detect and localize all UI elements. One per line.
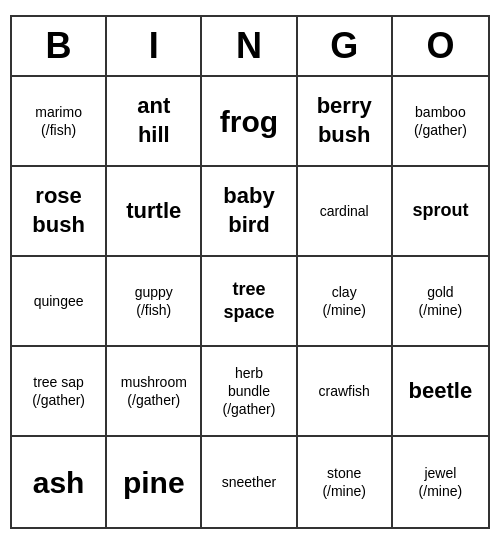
bingo-cell-10: quingee bbox=[12, 257, 107, 347]
bingo-cell-2: frog bbox=[202, 77, 297, 167]
bingo-cell-13: clay (/mine) bbox=[298, 257, 393, 347]
bingo-cell-14: gold (/mine) bbox=[393, 257, 488, 347]
cell-text-10: quingee bbox=[34, 292, 84, 310]
cell-text-3: berry bush bbox=[317, 92, 372, 149]
bingo-cell-19: beetle bbox=[393, 347, 488, 437]
bingo-cell-1: ant hill bbox=[107, 77, 202, 167]
bingo-cell-9: sprout bbox=[393, 167, 488, 257]
cell-text-19: beetle bbox=[409, 377, 473, 406]
cell-text-4: bamboo (/gather) bbox=[414, 103, 467, 139]
cell-text-11: guppy (/fish) bbox=[135, 283, 173, 319]
bingo-card: BINGO marimo (/fish)ant hillfrogberry bu… bbox=[10, 15, 490, 529]
bingo-grid: marimo (/fish)ant hillfrogberry bushbamb… bbox=[12, 77, 488, 527]
bingo-cell-3: berry bush bbox=[298, 77, 393, 167]
bingo-cell-15: tree sap (/gather) bbox=[12, 347, 107, 437]
bingo-cell-20: ash bbox=[12, 437, 107, 527]
cell-text-7: baby bird bbox=[223, 182, 274, 239]
bingo-cell-17: herb bundle (/gather) bbox=[202, 347, 297, 437]
cell-text-15: tree sap (/gather) bbox=[32, 373, 85, 409]
bingo-cell-22: sneether bbox=[202, 437, 297, 527]
cell-text-6: turtle bbox=[126, 197, 181, 226]
bingo-cell-23: stone (/mine) bbox=[298, 437, 393, 527]
bingo-cell-12: tree space bbox=[202, 257, 297, 347]
cell-text-20: ash bbox=[33, 463, 85, 502]
cell-text-24: jewel (/mine) bbox=[419, 464, 463, 500]
cell-text-17: herb bundle (/gather) bbox=[223, 364, 276, 419]
bingo-cell-5: rose bush bbox=[12, 167, 107, 257]
header-letter-i: I bbox=[107, 17, 202, 75]
cell-text-13: clay (/mine) bbox=[322, 283, 366, 319]
header-letter-g: G bbox=[298, 17, 393, 75]
bingo-cell-11: guppy (/fish) bbox=[107, 257, 202, 347]
header-letter-n: N bbox=[202, 17, 297, 75]
bingo-cell-24: jewel (/mine) bbox=[393, 437, 488, 527]
bingo-cell-0: marimo (/fish) bbox=[12, 77, 107, 167]
cell-text-23: stone (/mine) bbox=[322, 464, 366, 500]
cell-text-2: frog bbox=[220, 102, 278, 141]
cell-text-5: rose bush bbox=[32, 182, 85, 239]
header-letter-b: B bbox=[12, 17, 107, 75]
cell-text-18: crawfish bbox=[319, 382, 370, 400]
cell-text-12: tree space bbox=[223, 278, 274, 325]
bingo-cell-18: crawfish bbox=[298, 347, 393, 437]
cell-text-0: marimo (/fish) bbox=[35, 103, 82, 139]
bingo-cell-6: turtle bbox=[107, 167, 202, 257]
cell-text-1: ant hill bbox=[137, 92, 170, 149]
bingo-cell-4: bamboo (/gather) bbox=[393, 77, 488, 167]
bingo-cell-16: mushroom (/gather) bbox=[107, 347, 202, 437]
bingo-cell-21: pine bbox=[107, 437, 202, 527]
cell-text-9: sprout bbox=[412, 199, 468, 222]
cell-text-8: cardinal bbox=[320, 202, 369, 220]
bingo-cell-8: cardinal bbox=[298, 167, 393, 257]
cell-text-21: pine bbox=[123, 463, 185, 502]
bingo-header: BINGO bbox=[12, 17, 488, 77]
cell-text-22: sneether bbox=[222, 473, 276, 491]
header-letter-o: O bbox=[393, 17, 488, 75]
bingo-cell-7: baby bird bbox=[202, 167, 297, 257]
cell-text-16: mushroom (/gather) bbox=[121, 373, 187, 409]
cell-text-14: gold (/mine) bbox=[419, 283, 463, 319]
